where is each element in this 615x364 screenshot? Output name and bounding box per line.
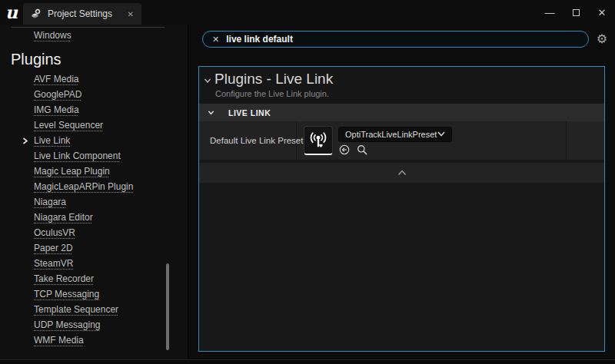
sidebar-item-level-sequencer[interactable]: Level Sequencer — [0, 117, 188, 133]
panel-title: Plugins - Live Link — [214, 71, 333, 88]
title-bar: u Project Settings ✕ — ✕ — [0, 0, 615, 25]
sidebar-item-label: TCP Messaging — [34, 289, 99, 299]
sidebar-item-windows[interactable]: Windows — [0, 28, 188, 43]
sidebar-item-label: Take Recorder — [34, 273, 94, 284]
project-settings-icon — [31, 8, 42, 19]
sidebar-item-label: OculusVR — [34, 227, 75, 238]
property-label: Default Live Link Preset — [210, 136, 303, 145]
sidebar-item-tcp-messaging[interactable]: TCP Messaging — [0, 286, 188, 302]
browse-asset-magnifier-icon[interactable] — [357, 144, 367, 155]
panel-empty-area — [199, 183, 604, 351]
sidebar-item-img-media[interactable]: IMG Media — [0, 102, 188, 117]
sidebar-item-wmf-media[interactable]: WMF Media — [0, 333, 188, 348]
tab-title: Project Settings — [48, 8, 112, 19]
sidebar-item-label: Level Sequencer — [34, 120, 103, 131]
property-value-cell: OptiTrackLiveLinkPreset — [297, 121, 567, 160]
preset-dropdown[interactable]: OptiTrackLiveLinkPreset — [338, 127, 452, 142]
sidebar-item-udp-messaging[interactable]: UDP Messaging — [0, 317, 188, 333]
sidebar-item-label: SteamVR — [34, 258, 73, 269]
chevron-down-icon — [437, 131, 445, 137]
sidebar-item-label: IMG Media — [34, 104, 79, 115]
sidebar-item-niagara[interactable]: Niagara — [0, 194, 188, 210]
chevron-down-icon — [208, 109, 214, 116]
sidebar-item-niagara-editor[interactable]: Niagara Editor — [0, 210, 188, 225]
settings-main-area: ✕ live link default ⚙ Plugins - Live Lin… — [188, 25, 615, 359]
minimize-button[interactable]: — — [537, 7, 563, 18]
sidebar-item-live-link[interactable]: Live Link — [0, 133, 188, 148]
sidebar-item-template-sequencer[interactable]: Template Sequencer — [0, 302, 188, 317]
live-link-settings-panel: Plugins - Live Link Configure the Live L… — [198, 66, 605, 352]
sidebar-item-magicleaparpin-plugin[interactable]: MagicLeapARPin Plugin — [0, 179, 188, 194]
section-label: LIVE LINK — [228, 108, 271, 117]
section-header-live-link[interactable]: LIVE LINK — [199, 104, 604, 121]
sidebar-item-label: Live Link Component — [34, 151, 121, 161]
search-input[interactable]: ✕ live link default — [202, 31, 589, 48]
property-reset-cell — [567, 121, 604, 160]
use-selected-asset-icon[interactable] — [339, 144, 350, 155]
collapse-details-bar[interactable] — [199, 163, 604, 183]
sidebar-item-label: Template Sequencer — [34, 304, 118, 315]
settings-sidebar: Windows Plugins AVF Media GooglePAD IMG … — [0, 25, 188, 359]
chevron-down-icon — [204, 77, 211, 84]
sidebar-item-label: Live Link — [34, 135, 70, 146]
window-body: Windows Plugins AVF Media GooglePAD IMG … — [0, 25, 615, 359]
property-label-cell: Default Live Link Preset — [199, 121, 297, 160]
sidebar-item-label: MagicLeapARPin Plugin — [34, 181, 133, 192]
sidebar-item-oculusvr[interactable]: OculusVR — [0, 225, 188, 240]
search-settings-gear-icon[interactable]: ⚙ — [597, 31, 607, 47]
sidebar-section-plugins: Plugins — [0, 50, 188, 68]
live-link-broadcast-icon — [308, 131, 328, 151]
chevron-right-icon — [22, 137, 28, 144]
chevron-up-icon — [397, 170, 407, 176]
project-settings-window: u Project Settings ✕ — ✕ — [0, 0, 615, 364]
unreal-logo-icon: u — [0, 1, 23, 24]
tab-close-icon[interactable]: ✕ — [128, 10, 134, 18]
sidebar-scrollbar[interactable] — [166, 263, 169, 350]
sidebar-item-magic-leap-plugin[interactable]: Magic Leap Plugin — [0, 164, 188, 179]
maximize-button[interactable] — [563, 7, 589, 18]
asset-picker: OptiTrackLiveLinkPreset — [338, 127, 452, 155]
sidebar-item-label: GooglePAD — [34, 89, 81, 100]
sidebar-item-label: WMF Media — [34, 335, 84, 346]
sidebar-item-label: Paper 2D — [34, 243, 73, 253]
panel-subtitle: Configure the Live Link plugin. — [199, 89, 604, 98]
maximize-icon — [573, 9, 580, 16]
sidebar-item-label: AVF Media — [34, 74, 78, 84]
sidebar-item-label: Windows — [34, 30, 71, 41]
sidebar-item-label: UDP Messaging — [34, 319, 100, 330]
window-bottom-strip — [0, 359, 615, 364]
sidebar-item-take-recorder[interactable]: Take Recorder — [0, 271, 188, 286]
sidebar-item-googlepad[interactable]: GooglePAD — [0, 87, 188, 102]
property-row-default-live-link-preset: Default Live Link Preset — [199, 121, 604, 160]
sidebar-item-label: Magic Leap Plugin — [34, 166, 110, 177]
clear-search-icon[interactable]: ✕ — [212, 35, 219, 45]
asset-thumbnail[interactable] — [304, 126, 333, 155]
search-value: live link default — [226, 34, 293, 45]
panel-title-row[interactable]: Plugins - Live Link — [199, 67, 604, 88]
sidebar-item-steamvr[interactable]: SteamVR — [0, 256, 188, 271]
preset-dropdown-value: OptiTrackLiveLinkPreset — [345, 130, 437, 139]
sidebar-item-label: Niagara — [34, 197, 66, 207]
tab-project-settings[interactable]: Project Settings ✕ — [23, 3, 141, 25]
sidebar-item-label: Niagara Editor — [34, 212, 93, 223]
close-button[interactable]: ✕ — [589, 7, 615, 18]
sidebar-item-paper-2d[interactable]: Paper 2D — [0, 240, 188, 256]
window-controls: — ✕ — [537, 0, 615, 25]
sidebar-item-live-link-component[interactable]: Live Link Component — [0, 148, 188, 164]
asset-buttons — [339, 144, 452, 155]
sidebar-item-avf-media[interactable]: AVF Media — [0, 71, 188, 87]
